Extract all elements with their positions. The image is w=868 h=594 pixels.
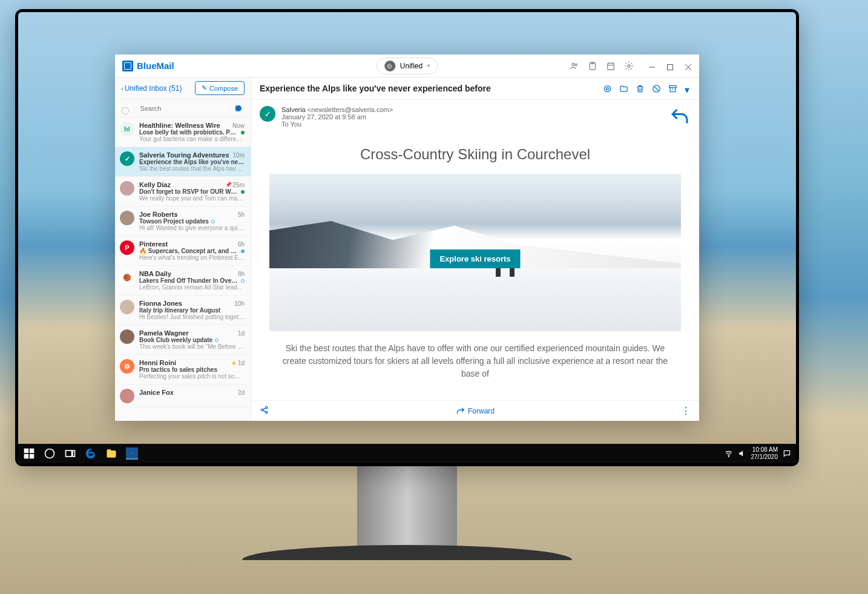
email-item[interactable]: Kelly Diaz📌25mDon't forget to RSVP for O… <box>115 177 251 206</box>
settings-icon[interactable] <box>624 61 634 71</box>
email-preview: We really hope you and Tom can make it!… <box>139 195 245 202</box>
mark-read-icon[interactable] <box>603 84 612 93</box>
email-time: 📌25m <box>225 181 245 188</box>
refresh-icon[interactable] <box>229 104 231 112</box>
wifi-icon[interactable] <box>725 449 733 458</box>
avatar: ⚙ <box>120 359 134 374</box>
spam-icon[interactable] <box>652 84 661 93</box>
delete-icon[interactable] <box>636 84 645 93</box>
status-dot <box>215 338 219 342</box>
email-item[interactable]: Fionna Jones10hItaly trip itinerary for … <box>115 295 251 325</box>
start-button[interactable] <box>23 447 35 460</box>
archive-icon[interactable] <box>668 84 677 93</box>
people-icon[interactable] <box>570 61 579 71</box>
notifications-icon[interactable] <box>783 449 791 458</box>
svg-point-19 <box>45 449 54 458</box>
taskview-icon[interactable] <box>64 447 76 460</box>
view-toggle[interactable] <box>235 105 238 112</box>
sound-icon[interactable] <box>738 449 746 458</box>
email-time: 8h <box>238 270 245 277</box>
filter-icon[interactable]: ◌ <box>121 104 129 112</box>
avatar <box>120 211 134 225</box>
email-item[interactable]: Janice Fox2d <box>115 384 251 408</box>
desktop: BlueMail ◎ Unified ▾ ‹ Unified Inbox (51 <box>18 12 796 463</box>
email-item[interactable]: Joe Roberts5hTowson Project updatesHi al… <box>115 206 251 236</box>
avatar: 🏀 <box>120 270 134 285</box>
minimize-button[interactable] <box>648 62 656 70</box>
forward-label: Forward <box>468 407 495 415</box>
svg-rect-20 <box>66 450 72 457</box>
svg-rect-3 <box>608 63 614 70</box>
email-item[interactable]: hlHealthline: Wellness WireNowLose belly… <box>115 117 251 147</box>
email-preview: LeBron, Giannis remain All-Star leaders … <box>139 284 245 291</box>
sidebar: ‹ Unified Inbox (51) ✎ Compose ◌ hlHealt… <box>115 78 251 421</box>
email-subject: Towson Project updates <box>139 218 209 225</box>
compose-button[interactable]: ✎ Compose <box>195 81 245 95</box>
account-selector[interactable]: ◎ Unified ▾ <box>376 58 438 74</box>
inbox-folder[interactable]: ‹ Unified Inbox (51) <box>121 84 182 93</box>
email-item[interactable]: ✓Salveria Touring Adventures10mExperienc… <box>115 147 251 177</box>
email-time: Now <box>232 122 245 129</box>
cortana-icon[interactable] <box>44 447 56 460</box>
tasks-icon[interactable] <box>588 61 597 71</box>
email-item[interactable]: Pamela Wagner1dBook Club weekly updateTh… <box>115 325 251 355</box>
taskbar-clock[interactable]: 10:08 AM 27/1/2020 <box>751 446 778 461</box>
app-name: BlueMail <box>137 61 174 71</box>
avatar <box>120 329 134 344</box>
email-item[interactable]: PPinterest6h🔥 Supercars, Concept art, an… <box>115 236 251 266</box>
svg-rect-22 <box>131 452 133 454</box>
svg-point-1 <box>575 64 577 65</box>
move-folder-icon[interactable] <box>619 84 628 93</box>
reply-icon[interactable] <box>669 106 691 128</box>
explorer-icon[interactable] <box>105 447 117 460</box>
email-subject: Italy trip itinerary for August <box>139 307 220 314</box>
email-preview: Perfecting your sales pitch is not somet… <box>139 373 245 380</box>
list-options-icon[interactable] <box>243 104 245 112</box>
titlebar: BlueMail ◎ Unified ▾ <box>115 54 699 78</box>
cta-button[interactable]: Explore ski resorts <box>430 249 520 268</box>
more-icon[interactable]: ⋮ <box>681 405 691 417</box>
email-sender: Kelly Diaz <box>139 181 171 188</box>
account-icon: ◎ <box>384 61 395 71</box>
app-logo[interactable]: BlueMail <box>122 61 174 71</box>
reading-subject: Experience the Alps like you've never ex… <box>260 84 491 93</box>
taskbar: 10:08 AM 27/1/2020 <box>18 444 796 463</box>
email-sender: Healthline: Wellness Wire <box>139 122 220 129</box>
email-preview: Here's what's trending on Pinterest EQ s… <box>139 254 245 261</box>
reading-pane: Experience the Alps like you've never ex… <box>251 78 699 421</box>
email-sender: Pinterest <box>139 240 168 248</box>
email-preview: Your gut bacteria can make a difference … <box>139 136 245 142</box>
email-content: Cross-Country Skiing in Courchevel Explo… <box>251 134 699 400</box>
edge-icon[interactable] <box>85 447 97 460</box>
email-time: 1d <box>238 329 245 337</box>
share-icon[interactable] <box>260 405 269 417</box>
status-dot <box>241 249 245 253</box>
email-sender: Salveria Touring Adventures <box>139 151 229 159</box>
email-list: hlHealthline: Wellness WireNowLose belly… <box>115 117 251 421</box>
email-subject: Pro tactics fo sales pitches <box>139 366 217 373</box>
forward-button[interactable]: Forward <box>456 406 495 416</box>
email-time: 2d <box>238 389 245 396</box>
status-dot <box>241 279 245 283</box>
email-sender: NBA Daily <box>139 270 171 277</box>
svg-rect-16 <box>30 449 35 454</box>
avatar: ✓ <box>120 151 134 166</box>
status-dot <box>211 220 215 223</box>
bluemail-taskbar-icon[interactable] <box>126 447 138 460</box>
email-preview: Ski the best routes that the Alps have t… <box>139 165 245 172</box>
calendar-icon[interactable] <box>606 61 616 71</box>
search-input[interactable] <box>140 105 224 112</box>
email-subject: Lakers Fend Off Thunder In Overtime; Tak… <box>139 277 238 284</box>
avatar <box>120 300 134 314</box>
close-button[interactable] <box>685 62 692 70</box>
email-item[interactable]: 🏀NBA Daily8hLakers Fend Off Thunder In O… <box>115 266 251 295</box>
svg-point-9 <box>607 87 609 90</box>
avatar <box>120 181 134 196</box>
content-title: Cross-Country Skiing in Courchevel <box>251 146 699 163</box>
svg-rect-6 <box>668 64 673 70</box>
more-chevron-icon[interactable]: ▾ <box>685 84 691 93</box>
email-item[interactable]: ⚙Henni Roini★1dPro tactics fo sales pitc… <box>115 355 251 384</box>
avatar: hl <box>120 122 134 136</box>
content-body: Ski the best routes that the Alps have t… <box>251 340 699 383</box>
maximize-button[interactable] <box>666 62 674 70</box>
